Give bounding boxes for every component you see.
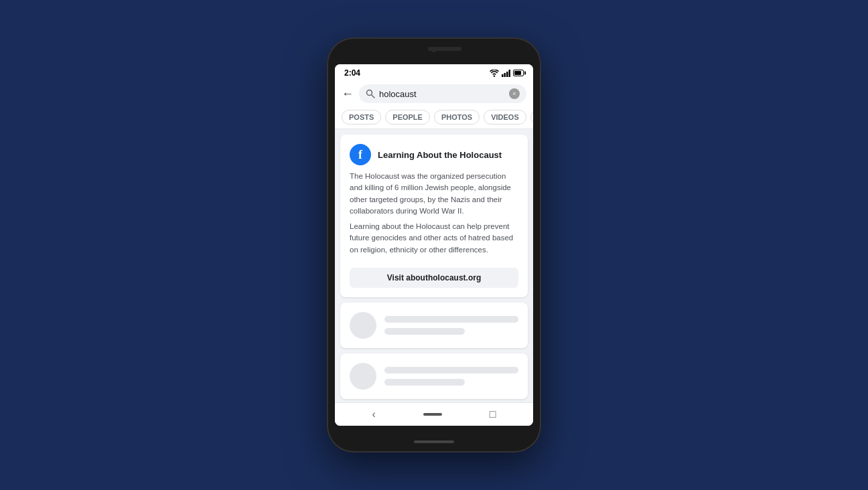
skeleton-line-1b	[384, 328, 465, 335]
phone-screen: 2:04	[335, 64, 533, 426]
info-card-body: The Holocaust was the organized persecut…	[350, 171, 518, 256]
skeleton-line-2a	[384, 367, 518, 374]
signal-icon	[502, 70, 510, 77]
tab-people[interactable]: PEOPLE	[385, 110, 430, 125]
battery-icon	[513, 70, 524, 76]
search-icon	[366, 89, 375, 98]
phone-speaker	[428, 47, 461, 51]
nav-back-button[interactable]: ‹	[372, 408, 376, 420]
svg-rect-0	[502, 74, 504, 77]
svg-rect-3	[509, 70, 511, 77]
holocaust-info-card: f Learning About the Holocaust The Holoc…	[340, 135, 528, 297]
info-paragraph-2: Learning about the Holocaust can help pr…	[350, 221, 518, 256]
nav-home-indicator[interactable]	[423, 413, 442, 416]
phone-device: 2:04	[327, 37, 541, 453]
info-card-title: Learning About the Holocaust	[378, 150, 502, 160]
nav-recents-button[interactable]: □	[490, 408, 496, 420]
svg-rect-2	[506, 72, 508, 77]
phone-home-bar	[414, 440, 454, 443]
visit-website-button[interactable]: Visit aboutholocaust.org	[350, 268, 518, 288]
wifi-icon	[490, 70, 499, 77]
skeleton-line-1a	[384, 316, 518, 323]
bottom-nav: ‹ □	[335, 402, 533, 426]
skeleton-avatar-1	[350, 312, 376, 339]
skeleton-result-1	[340, 303, 528, 348]
status-bar: 2:04	[335, 64, 533, 80]
skeleton-lines-1	[384, 316, 518, 335]
facebook-icon: f	[350, 144, 371, 165]
search-bar[interactable]: holocaust ×	[359, 84, 526, 103]
skeleton-line-2b	[384, 379, 465, 386]
search-clear-button[interactable]: ×	[509, 88, 520, 99]
tab-posts[interactable]: POSTS	[342, 110, 381, 125]
tab-photos[interactable]: PHOTOS	[434, 110, 480, 125]
filter-tabs: POSTS PEOPLE PHOTOS VIDEOS PAGE	[335, 107, 533, 129]
search-area: ← holocaust ×	[335, 80, 533, 107]
info-paragraph-1: The Holocaust was the organized persecut…	[350, 171, 518, 217]
info-card-header: f Learning About the Holocaust	[350, 144, 518, 165]
status-time: 2:04	[344, 68, 360, 78]
tab-pages[interactable]: PAGE	[530, 110, 533, 125]
back-button[interactable]: ←	[342, 87, 354, 101]
svg-point-4	[367, 90, 372, 96]
content-area: f Learning About the Holocaust The Holoc…	[335, 129, 533, 402]
tab-videos[interactable]: VIDEOS	[484, 110, 526, 125]
skeleton-lines-2	[384, 367, 518, 386]
svg-line-5	[372, 95, 374, 98]
skeleton-avatar-2	[350, 363, 376, 390]
skeleton-result-2	[340, 353, 528, 399]
status-icons	[490, 70, 524, 77]
search-query: holocaust	[379, 89, 505, 99]
svg-rect-1	[504, 73, 506, 77]
